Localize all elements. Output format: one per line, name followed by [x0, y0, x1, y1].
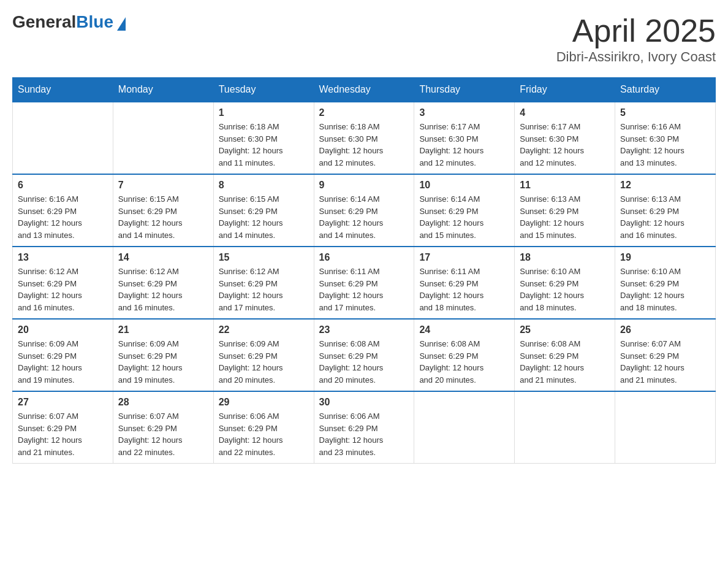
- page-title: April 2025: [556, 12, 716, 49]
- calendar-day-cell: 27Sunrise: 6:07 AMSunset: 6:29 PMDayligh…: [13, 391, 113, 464]
- day-number: 18: [520, 252, 610, 263]
- day-number: 19: [620, 252, 710, 263]
- calendar-day-cell: 10Sunrise: 6:14 AMSunset: 6:29 PMDayligh…: [414, 174, 515, 247]
- logo-blue: Blue: [76, 12, 113, 31]
- calendar-header-cell: Saturday: [615, 78, 716, 102]
- calendar-header-cell: Sunday: [13, 78, 113, 102]
- day-info: Sunrise: 6:14 AMSunset: 6:29 PMDaylight:…: [319, 193, 409, 241]
- calendar-header-cell: Monday: [113, 78, 213, 102]
- title-block: April 2025 Dibri-Assirikro, Ivory Coast: [556, 12, 716, 65]
- calendar-day-cell: 19Sunrise: 6:10 AMSunset: 6:29 PMDayligh…: [615, 247, 716, 319]
- logo-general: General: [12, 12, 76, 31]
- day-number: 14: [118, 252, 208, 263]
- day-number: 8: [219, 180, 309, 191]
- calendar-day-cell: 7Sunrise: 6:15 AMSunset: 6:29 PMDaylight…: [113, 174, 213, 247]
- day-info: Sunrise: 6:09 AMSunset: 6:29 PMDaylight:…: [219, 338, 309, 386]
- calendar-day-cell: 28Sunrise: 6:07 AMSunset: 6:29 PMDayligh…: [113, 391, 213, 464]
- day-number: 4: [520, 107, 610, 118]
- calendar-day-cell: 1Sunrise: 6:18 AMSunset: 6:30 PMDaylight…: [213, 102, 314, 174]
- calendar-day-cell: 22Sunrise: 6:09 AMSunset: 6:29 PMDayligh…: [213, 319, 314, 391]
- calendar-day-cell: [113, 102, 213, 174]
- day-number: 1: [219, 107, 309, 118]
- day-number: 29: [219, 397, 309, 408]
- day-info: Sunrise: 6:18 AMSunset: 6:30 PMDaylight:…: [219, 121, 309, 169]
- day-number: 30: [319, 397, 409, 408]
- day-info: Sunrise: 6:16 AMSunset: 6:30 PMDaylight:…: [620, 121, 710, 169]
- day-info: Sunrise: 6:07 AMSunset: 6:29 PMDaylight:…: [118, 410, 208, 458]
- calendar-day-cell: 4Sunrise: 6:17 AMSunset: 6:30 PMDaylight…: [515, 102, 615, 174]
- calendar-table: SundayMondayTuesdayWednesdayThursdayFrid…: [12, 77, 716, 464]
- calendar-day-cell: 17Sunrise: 6:11 AMSunset: 6:29 PMDayligh…: [414, 247, 515, 319]
- calendar-day-cell: 6Sunrise: 6:16 AMSunset: 6:29 PMDaylight…: [13, 174, 113, 247]
- calendar-header-cell: Thursday: [414, 78, 515, 102]
- calendar-day-cell: 5Sunrise: 6:16 AMSunset: 6:30 PMDaylight…: [615, 102, 716, 174]
- calendar-day-cell: 13Sunrise: 6:12 AMSunset: 6:29 PMDayligh…: [13, 247, 113, 319]
- day-info: Sunrise: 6:07 AMSunset: 6:29 PMDaylight:…: [18, 410, 108, 458]
- day-info: Sunrise: 6:07 AMSunset: 6:29 PMDaylight:…: [620, 338, 710, 386]
- calendar-day-cell: 26Sunrise: 6:07 AMSunset: 6:29 PMDayligh…: [615, 319, 716, 391]
- day-number: 9: [319, 180, 409, 191]
- day-number: 6: [18, 180, 108, 191]
- calendar-day-cell: 3Sunrise: 6:17 AMSunset: 6:30 PMDaylight…: [414, 102, 515, 174]
- day-number: 20: [18, 324, 108, 335]
- day-number: 13: [18, 252, 108, 263]
- day-info: Sunrise: 6:08 AMSunset: 6:29 PMDaylight:…: [419, 338, 509, 386]
- calendar-week-row: 20Sunrise: 6:09 AMSunset: 6:29 PMDayligh…: [13, 319, 716, 391]
- calendar-week-row: 1Sunrise: 6:18 AMSunset: 6:30 PMDaylight…: [13, 102, 716, 174]
- calendar-day-cell: 9Sunrise: 6:14 AMSunset: 6:29 PMDaylight…: [314, 174, 414, 247]
- calendar-day-cell: 15Sunrise: 6:12 AMSunset: 6:29 PMDayligh…: [213, 247, 314, 319]
- day-number: 26: [620, 324, 710, 335]
- calendar-day-cell: [13, 102, 113, 174]
- day-number: 21: [118, 324, 208, 335]
- day-number: 3: [419, 107, 509, 118]
- day-number: 10: [419, 180, 509, 191]
- calendar-body: 1Sunrise: 6:18 AMSunset: 6:30 PMDaylight…: [13, 102, 716, 464]
- calendar-day-cell: [515, 391, 615, 464]
- calendar-header-cell: Friday: [515, 78, 615, 102]
- calendar-header-cell: Wednesday: [314, 78, 414, 102]
- calendar-header-cell: Tuesday: [213, 78, 314, 102]
- day-number: 24: [419, 324, 509, 335]
- day-number: 11: [520, 180, 610, 191]
- day-info: Sunrise: 6:11 AMSunset: 6:29 PMDaylight:…: [319, 266, 409, 313]
- calendar-day-cell: 30Sunrise: 6:06 AMSunset: 6:29 PMDayligh…: [314, 391, 414, 464]
- calendar-header: SundayMondayTuesdayWednesdayThursdayFrid…: [13, 78, 716, 102]
- day-info: Sunrise: 6:16 AMSunset: 6:29 PMDaylight:…: [18, 193, 108, 241]
- day-info: Sunrise: 6:15 AMSunset: 6:29 PMDaylight:…: [219, 193, 309, 241]
- day-info: Sunrise: 6:14 AMSunset: 6:29 PMDaylight:…: [419, 193, 509, 241]
- logo-triangle-icon: [117, 17, 126, 31]
- page-subtitle: Dibri-Assirikro, Ivory Coast: [556, 49, 716, 65]
- day-info: Sunrise: 6:06 AMSunset: 6:29 PMDaylight:…: [219, 410, 309, 458]
- day-info: Sunrise: 6:09 AMSunset: 6:29 PMDaylight:…: [18, 338, 108, 386]
- calendar-day-cell: 11Sunrise: 6:13 AMSunset: 6:29 PMDayligh…: [515, 174, 615, 247]
- day-number: 7: [118, 180, 208, 191]
- calendar-day-cell: 12Sunrise: 6:13 AMSunset: 6:29 PMDayligh…: [615, 174, 716, 247]
- day-number: 12: [620, 180, 710, 191]
- day-number: 17: [419, 252, 509, 263]
- calendar-header-row: SundayMondayTuesdayWednesdayThursdayFrid…: [13, 78, 716, 102]
- day-info: Sunrise: 6:08 AMSunset: 6:29 PMDaylight:…: [520, 338, 610, 386]
- calendar-day-cell: 8Sunrise: 6:15 AMSunset: 6:29 PMDaylight…: [213, 174, 314, 247]
- day-info: Sunrise: 6:10 AMSunset: 6:29 PMDaylight:…: [620, 266, 710, 313]
- day-info: Sunrise: 6:13 AMSunset: 6:29 PMDaylight:…: [520, 193, 610, 241]
- calendar-day-cell: 23Sunrise: 6:08 AMSunset: 6:29 PMDayligh…: [314, 319, 414, 391]
- calendar-day-cell: 14Sunrise: 6:12 AMSunset: 6:29 PMDayligh…: [113, 247, 213, 319]
- calendar-day-cell: 18Sunrise: 6:10 AMSunset: 6:29 PMDayligh…: [515, 247, 615, 319]
- day-number: 28: [118, 397, 208, 408]
- calendar-week-row: 13Sunrise: 6:12 AMSunset: 6:29 PMDayligh…: [13, 247, 716, 319]
- calendar-day-cell: 25Sunrise: 6:08 AMSunset: 6:29 PMDayligh…: [515, 319, 615, 391]
- day-info: Sunrise: 6:11 AMSunset: 6:29 PMDaylight:…: [419, 266, 509, 313]
- calendar-day-cell: [615, 391, 716, 464]
- calendar-day-cell: 21Sunrise: 6:09 AMSunset: 6:29 PMDayligh…: [113, 319, 213, 391]
- page-header: GeneralBlue April 2025 Dibri-Assirikro, …: [12, 12, 716, 65]
- day-info: Sunrise: 6:10 AMSunset: 6:29 PMDaylight:…: [520, 266, 610, 313]
- day-number: 15: [219, 252, 309, 263]
- day-info: Sunrise: 6:17 AMSunset: 6:30 PMDaylight:…: [419, 121, 509, 169]
- day-info: Sunrise: 6:09 AMSunset: 6:29 PMDaylight:…: [118, 338, 208, 386]
- calendar-week-row: 27Sunrise: 6:07 AMSunset: 6:29 PMDayligh…: [13, 391, 716, 464]
- day-number: 16: [319, 252, 409, 263]
- day-number: 2: [319, 107, 409, 118]
- day-number: 25: [520, 324, 610, 335]
- day-number: 23: [319, 324, 409, 335]
- day-info: Sunrise: 6:15 AMSunset: 6:29 PMDaylight:…: [118, 193, 208, 241]
